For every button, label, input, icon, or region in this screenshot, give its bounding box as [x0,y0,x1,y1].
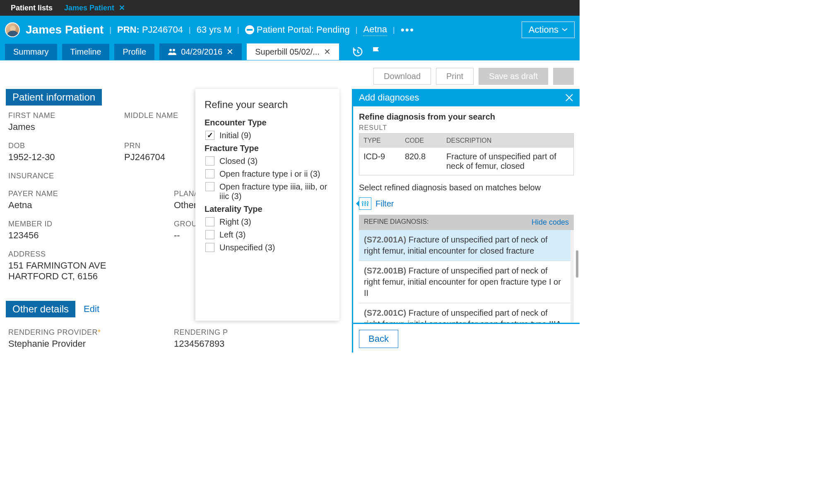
facet-open-i-ii[interactable]: Open fracture type i or ii (3) [205,169,330,179]
facet-left-label: Left (3) [219,230,246,240]
diag-code: (S72.001A) [364,235,406,244]
result-table: TYPE CODE DESCRIPTION ICD-9 820.8 Fractu… [359,133,574,175]
filter-link[interactable]: Filter [375,199,394,209]
superbill-label: Superbill 05/02/... [255,47,320,57]
history-icon[interactable] [352,46,363,57]
checkbox-icon[interactable] [205,217,214,226]
facet-left[interactable]: Left (3) [205,230,330,240]
facet-initial-label: Initial (9) [219,131,251,140]
dob-value: 1952-12-30 [8,152,91,163]
prn-label: PRN [124,142,207,150]
header-payer[interactable]: Aetna [363,24,387,36]
caret-left-icon [353,201,359,206]
patient-name: James Patient [26,23,104,36]
facet-encounter-type: Encounter Type [205,118,330,127]
rendering-provider-value: Stephanie Provider [8,338,141,349]
chevron-down-icon [562,28,568,31]
svg-point-2 [362,202,363,203]
facet-open3-label: Open fracture type iiia, iiib, or iiic (… [219,182,330,201]
close-icon[interactable]: ✕ [226,47,233,57]
facet-fracture-type: Fracture Type [205,144,330,153]
facet-open-iii[interactable]: Open fracture type iiia, iiib, or iiic (… [205,182,330,201]
checkbox-icon[interactable] [205,230,214,239]
svg-point-4 [367,202,368,204]
people-icon [168,48,177,55]
refine-diagnosis-header: REFINE DIAGNOSIS: Hide codes [359,215,574,230]
address-line1: 151 FARMINGTON AVE [8,260,106,271]
tab-patient[interactable]: James Patient ✕ [58,0,131,16]
tab-profile[interactable]: Profile [114,44,154,60]
print-button[interactable]: Print [436,68,474,85]
facet-unspecified-label: Unspecified (3) [219,243,275,252]
panel-header: Add diagnoses [353,89,580,106]
facet-initial[interactable]: Initial (9) [205,131,330,140]
facet-closed[interactable]: Closed (3) [205,156,330,166]
rendering-provider-label: RENDERING PROVIDER* [8,328,141,337]
close-icon[interactable]: ✕ [119,4,125,12]
save-draft-caret-button[interactable] [553,68,574,85]
facet-right-label: Right (3) [219,217,251,227]
back-button[interactable]: Back [359,330,398,348]
facet-closed-label: Closed (3) [219,156,258,166]
facet-right[interactable]: Right (3) [205,217,330,227]
tab-patient-label: James Patient [64,4,114,12]
tab-superbill[interactable]: Superbill 05/02/... ✕ [247,43,339,60]
prn-value: PJ246704 [124,152,207,163]
panel-footer: Back [353,323,580,353]
result-row[interactable]: ICD-9 820.8 Fracture of unspecified part… [359,148,573,175]
checkbox-icon[interactable] [205,156,214,166]
refine-diag-label: REFINE DIAGNOSIS: [364,218,428,227]
payer-name-label: PAYER NAME [8,190,141,198]
tab-timeline[interactable]: Timeline [62,44,110,60]
diagnosis-item[interactable]: (S72.001A) Fracture of unspecified part … [359,230,570,261]
actions-button[interactable]: Actions [522,22,575,38]
more-icon[interactable]: ••• [401,24,414,36]
portal-status: Patient Portal: Pending [245,24,350,35]
diagnosis-list[interactable]: (S72.001A) Fracture of unspecified part … [359,230,574,323]
edit-link[interactable]: Edit [84,304,99,314]
payer-name-value: Aetna [8,200,141,211]
facet-laterality-type: Laterality Type [205,204,330,214]
minus-circle-icon [245,25,254,34]
diag-code: (S72.001C) [364,308,406,317]
rendering-npi-label: RENDERING P [174,328,257,337]
download-button[interactable]: Download [373,68,431,85]
panel-subtitle: Refine diagnosis from your search [359,112,574,122]
section-patient-info: Patient information [6,89,102,106]
panel-title: Add diagnoses [359,92,419,103]
result-label: RESULT [359,124,574,132]
svg-point-0 [169,49,172,51]
refine-title: Refine your search [205,99,330,110]
portal-status-text: Patient Portal: Pending [257,24,350,35]
prn-label: PRN: [117,24,140,35]
diagnosis-item[interactable]: (S72.001B) Fracture of unspecified part … [359,261,570,303]
member-id-label: MEMBER ID [8,220,141,228]
rendering-npi-value: 1234567893 [174,338,257,349]
sliders-icon[interactable] [359,197,371,210]
tab-encounter-date[interactable]: 04/29/2016 ✕ [159,43,242,60]
facet-unspecified[interactable]: Unspecified (3) [205,243,330,252]
tab-summary[interactable]: Summary [5,44,57,60]
flag-icon[interactable] [371,46,381,57]
prn: PRN: PJ246704 [117,24,183,35]
checkbox-icon[interactable] [205,243,214,252]
checkbox-icon[interactable] [205,169,214,178]
top-tabbar: Patient lists James Patient ✕ [0,0,580,16]
tab-patient-lists[interactable]: Patient lists [5,0,58,16]
member-id-value: 123456 [8,230,141,241]
close-icon[interactable] [565,93,574,102]
checkbox-icon[interactable] [205,182,214,191]
save-draft-button[interactable]: Save as draft [479,68,548,85]
res-type: ICD-9 [363,152,405,171]
hide-codes-link[interactable]: Hide codes [532,218,569,227]
prn-value: PJ246704 [142,24,183,35]
checkbox-checked-icon[interactable] [205,131,214,140]
first-name-value: James [8,122,91,132]
section-other-details: Other details [6,301,75,317]
close-icon[interactable]: ✕ [324,47,331,57]
refine-search-popup: Refine your search Encounter Type Initia… [195,89,339,321]
address-label: ADDRESS [8,250,106,259]
select-refined-text: Select refined diagnosis based on matche… [359,183,574,192]
diagnosis-item[interactable]: (S72.001C) Fracture of unspecified part … [359,303,570,323]
insurance-label: INSURANCE [8,172,91,180]
